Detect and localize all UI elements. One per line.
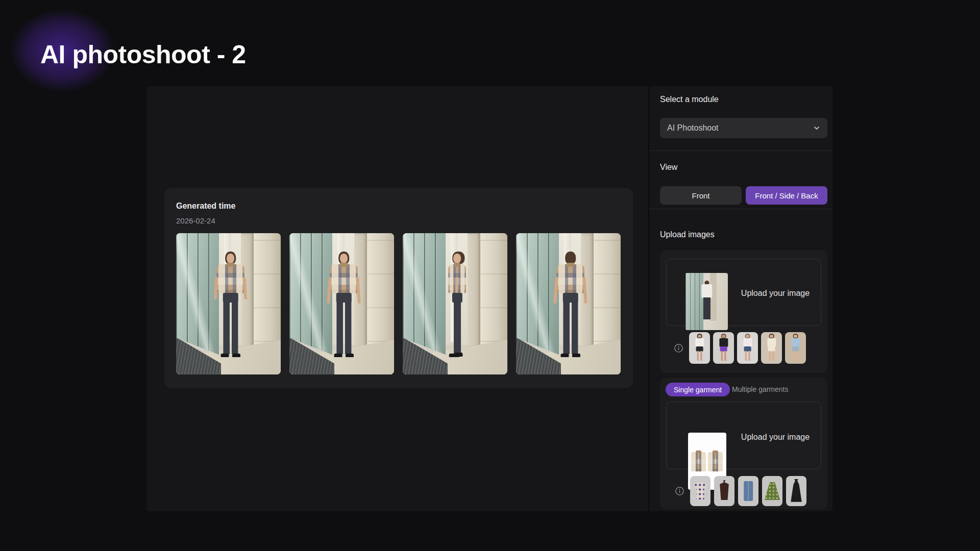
garment-upload-dropzone[interactable]: Upload your image [666, 402, 821, 469]
model-presets-row [674, 332, 806, 364]
model-preset-toddler-boy-blue-outfit[interactable] [785, 332, 806, 364]
garment-preset-purple-floral-top[interactable] [690, 476, 710, 506]
model-figure [441, 252, 474, 366]
view-label: View [660, 163, 677, 172]
generated-image-side-profile [403, 233, 507, 374]
model-preset-toddler-girl-cream-dress[interactable] [761, 332, 782, 364]
panel-divider [648, 86, 649, 511]
chevron-down-icon [813, 124, 820, 132]
select-module-label: Select a module [660, 95, 719, 104]
model-figure [214, 252, 247, 366]
section-divider [649, 209, 832, 209]
view-option-front-side-back[interactable]: Front / Side / Back [746, 186, 827, 205]
generated-time-label: Generated time [176, 202, 235, 211]
generated-date: 2026-02-24 [176, 216, 215, 225]
upload-images-label: Upload images [660, 230, 715, 239]
app-window: AI photoshoot - 2 Generated time 2026-02… [0, 0, 980, 551]
model-figure [328, 252, 360, 366]
model-upload-dropzone[interactable]: Upload your image [666, 259, 821, 326]
generated-images-row [176, 233, 621, 374]
garment-preset-black-dress[interactable] [786, 476, 806, 506]
section-divider [649, 151, 832, 151]
model-preset-woman-black-bra-purple-shorts[interactable] [713, 332, 734, 364]
module-dropdown[interactable]: AI Photoshoot [660, 118, 827, 138]
workspace-panel: Generated time 2026-02-24 Select a modul… [147, 86, 832, 511]
garment-upload-cta: Upload your image [733, 433, 818, 442]
page-title: AI photoshoot - 2 [40, 40, 246, 69]
info-icon[interactable] [675, 487, 684, 495]
model-upload-card: Upload your image [660, 250, 827, 373]
generated-image-front-arms-down [289, 233, 394, 374]
model-upload-cta: Upload your image [733, 289, 818, 298]
generated-image-front-hands-in-pockets [176, 233, 281, 374]
module-dropdown-value: AI Photoshoot [667, 123, 719, 133]
generated-result-card: Generated time 2026-02-24 [164, 188, 633, 388]
model-preset-woman-white-top-black-shorts[interactable] [689, 332, 710, 364]
garment-preset-brown-halter-top[interactable] [714, 476, 734, 506]
model-figure [554, 252, 587, 366]
model-preset-girl-white-tee-jeans[interactable] [737, 332, 758, 364]
view-option-front[interactable]: Front [660, 186, 742, 205]
info-icon[interactable] [674, 344, 683, 353]
garment-upload-card: Single garment Multiple garments Upload … [660, 378, 827, 509]
tab-single-garment[interactable]: Single garment [666, 383, 730, 396]
title-glow-decoration [0, 0, 163, 145]
garment-preset-blue-jeans[interactable] [738, 476, 758, 506]
generated-image-back-view [516, 233, 621, 374]
tab-multiple-garments[interactable]: Multiple garments [732, 385, 789, 393]
garment-presets-row [675, 476, 806, 506]
garment-preset-green-floral-skirt[interactable] [762, 476, 782, 506]
model-thumbnail [685, 273, 728, 330]
